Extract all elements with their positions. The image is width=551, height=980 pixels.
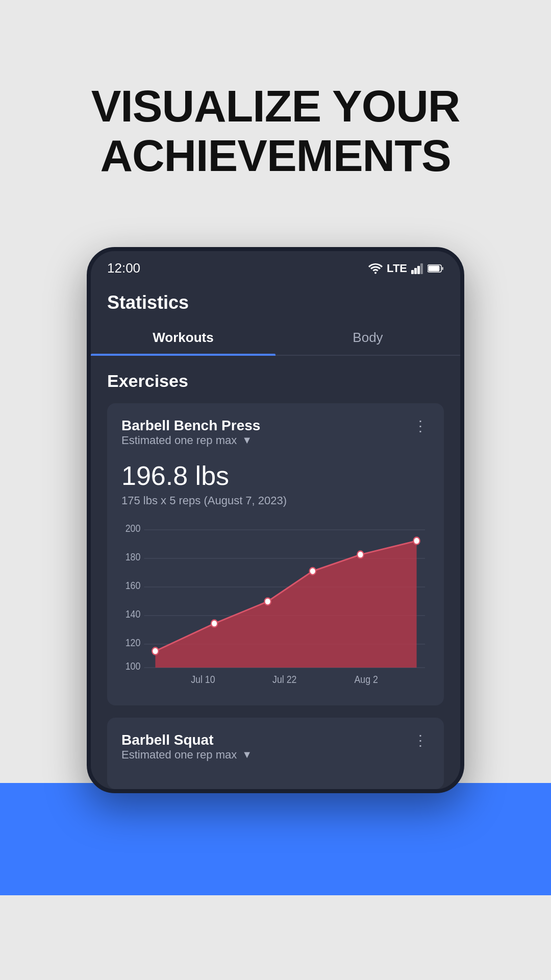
exercise-card-2: Barbell Squat Estimated one rep max ▼ ⋮ [107,718,444,789]
exercise-card-2-header: Barbell Squat Estimated one rep max ▼ ⋮ [121,732,430,772]
svg-point-23 [310,568,316,575]
content-area: Exercises Barbell Bench Press Estimated … [91,356,460,789]
battery-icon [428,264,444,273]
status-bar: 12:00 LTE [91,251,460,281]
exercise-2-name: Barbell Squat [121,732,252,748]
svg-text:Jul 10: Jul 10 [191,674,215,685]
exercise-2-metric-row: Estimated one rep max ▼ [121,748,252,762]
svg-marker-19 [155,541,416,667]
exercises-section-title: Exercises [107,371,444,391]
status-time: 12:00 [107,260,140,276]
svg-rect-0 [411,270,414,274]
tabs-container: Workouts Body [91,318,460,356]
signal-icon [411,263,423,274]
svg-rect-1 [414,268,417,274]
exercise-metric-label: Estimated one rep max [121,434,237,447]
svg-text:Jul 22: Jul 22 [272,674,296,685]
tab-body[interactable]: Body [276,318,460,355]
status-icons: LTE [368,262,444,275]
dropdown-arrow-2-icon[interactable]: ▼ [242,749,252,761]
exercise-card-1: Barbell Bench Press Estimated one rep ma… [107,403,444,705]
svg-text:180: 180 [126,551,141,562]
lte-label: LTE [387,262,407,275]
svg-text:200: 200 [126,523,141,534]
phone-wrapper: 12:00 LTE [87,247,464,793]
wifi-icon [368,263,383,274]
hero-section: VISUALIZE YOUR ACHIEVEMENTS [30,41,521,216]
blue-bg-section [0,783,551,895]
dropdown-arrow-icon[interactable]: ▼ [242,434,252,446]
app-bar-title: Statistics [107,292,444,313]
exercise-card-header: Barbell Bench Press Estimated one rep ma… [121,418,430,457]
svg-rect-6 [442,267,443,270]
more-options-button[interactable]: ⋮ [411,418,430,434]
svg-point-24 [357,551,363,558]
svg-text:160: 160 [126,580,141,591]
more-options-2-button[interactable]: ⋮ [411,732,430,749]
svg-text:140: 140 [126,608,141,620]
exercise-value-large: 196.8 lbs [121,460,430,491]
svg-text:Aug 2: Aug 2 [354,674,378,685]
svg-rect-2 [417,266,420,274]
exercise-metric-row: Estimated one rep max ▼ [121,434,260,447]
svg-point-25 [413,537,419,544]
phone-frame: 12:00 LTE [87,247,464,793]
svg-point-20 [152,647,158,654]
svg-text:120: 120 [126,637,141,648]
svg-rect-3 [420,263,423,274]
app-bar: Statistics [91,281,460,318]
chart-container: 200 180 160 140 120 100 [121,520,430,693]
hero-title: VISUALIZE YOUR ACHIEVEMENTS [61,82,491,181]
tab-workouts[interactable]: Workouts [91,318,276,355]
exercise-value-sub: 175 lbs x 5 reps (August 7, 2023) [121,494,430,507]
svg-rect-5 [429,265,440,271]
exercise-name: Barbell Bench Press [121,418,260,434]
exercise-2-metric-label: Estimated one rep max [121,748,237,762]
svg-point-21 [211,620,217,627]
svg-point-22 [265,598,271,605]
exercise-chart: 200 180 160 140 120 100 [121,520,430,693]
svg-text:100: 100 [126,660,141,672]
